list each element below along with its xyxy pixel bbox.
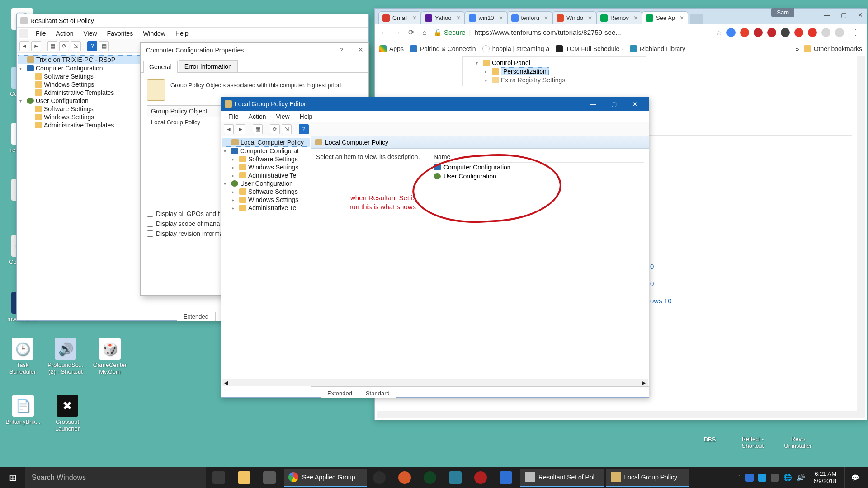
browser-tab[interactable]: Remov✕ xyxy=(596,11,642,24)
desktop-icon-profoundsound[interactable]: 🔊ProfoundSo... (2) - Shortcut xyxy=(45,338,86,375)
tree-node[interactable]: Windows Settings xyxy=(18,113,147,121)
titlebar[interactable]: Resultant Set of Policy xyxy=(17,14,368,28)
browser-tab[interactable]: Windo✕ xyxy=(552,11,596,24)
desktop-icon-reflect[interactable]: Reflect - Shortcut xyxy=(732,436,773,449)
tab-general[interactable]: General xyxy=(143,61,178,73)
menu-window[interactable]: Window xyxy=(138,28,170,38)
pinned-app[interactable] xyxy=(392,467,417,488)
minimize-icon[interactable]: — xyxy=(583,97,604,111)
pinned-explorer[interactable] xyxy=(231,467,257,488)
dialog-titlebar[interactable]: Computer Configuration Properties ? × xyxy=(141,43,368,57)
tool-button[interactable]: ▤ xyxy=(99,41,109,51)
menu-action[interactable]: Action xyxy=(52,28,78,38)
tab-extended[interactable]: Extended xyxy=(177,312,215,321)
close-icon[interactable]: ✕ xyxy=(858,11,863,19)
tab-close-icon[interactable]: ✕ xyxy=(633,15,638,21)
tray-icon[interactable] xyxy=(771,474,779,482)
pinned-app[interactable] xyxy=(417,467,443,488)
bookmark-item[interactable]: TCM Full Schedule - xyxy=(556,45,623,52)
ext-icon[interactable] xyxy=(726,28,736,37)
bookmarks-overflow[interactable]: » xyxy=(796,45,799,52)
menu-favorites[interactable]: Favorites xyxy=(103,28,138,38)
tray-overflow[interactable]: ˄ xyxy=(738,474,741,481)
tool-button[interactable]: ▦ xyxy=(253,124,263,134)
tree-node[interactable]: ▾User Configuration xyxy=(222,179,310,188)
desktop-icon-dbs[interactable]: DBS xyxy=(692,436,728,443)
bookmark-item[interactable]: Pairing & Connectin xyxy=(410,45,476,52)
pinned-app[interactable] xyxy=(443,467,468,488)
tab-close-icon[interactable]: ✕ xyxy=(588,15,592,21)
close-icon[interactable]: ✕ xyxy=(624,97,645,111)
menu-help[interactable]: Help xyxy=(295,112,317,122)
desktop-icon-gamecenter[interactable]: 🎲GameCenter My.Com xyxy=(90,338,130,375)
browser-tab[interactable]: Gmail✕ xyxy=(378,11,421,24)
back-button[interactable]: ◄ xyxy=(19,41,29,51)
menu-view[interactable]: View xyxy=(271,112,294,122)
apps-shortcut[interactable]: Apps xyxy=(379,45,404,52)
tab-close-icon[interactable]: ✕ xyxy=(679,15,684,21)
chrome-profile-chip[interactable]: Sam xyxy=(771,8,794,17)
tray-icon[interactable] xyxy=(745,474,754,482)
back-button[interactable]: ◄ xyxy=(224,124,234,134)
ext-icon[interactable] xyxy=(794,28,803,37)
bookmark-item[interactable]: hoopla | streaming a xyxy=(482,45,550,52)
tab-close-icon[interactable]: ✕ xyxy=(544,15,548,21)
tab-extended[interactable]: Extended xyxy=(321,389,359,398)
bookmark-item[interactable]: Richland Library xyxy=(630,45,685,52)
list-item[interactable]: Computer Configuration xyxy=(434,163,644,172)
ext-cast-icon[interactable] xyxy=(835,28,844,37)
forward-button[interactable]: ► xyxy=(31,41,41,51)
column-header[interactable]: Name xyxy=(434,151,644,163)
tree-node[interactable]: ▸Software Settings xyxy=(222,155,310,163)
tray-network-icon[interactable]: 🌐 xyxy=(783,474,792,482)
titlebar[interactable]: Local Group Policy Editor — ▢ ✕ xyxy=(221,97,649,111)
maximize-icon[interactable]: ▢ xyxy=(841,11,847,19)
scrollbar-horizontal[interactable]: ◄► xyxy=(222,379,311,386)
ext-icon[interactable] xyxy=(781,28,790,37)
clock[interactable]: 6:21 AM 6/9/2018 xyxy=(810,470,840,484)
tab-close-icon[interactable]: ✕ xyxy=(499,15,503,21)
maximize-icon[interactable]: ▢ xyxy=(604,97,624,111)
tree-node[interactable]: ▸Software Settings xyxy=(222,188,310,196)
tree-node[interactable]: ▸Windows Settings xyxy=(222,163,310,171)
tree-node[interactable]: ▾Computer Configuration xyxy=(18,64,147,72)
search-box[interactable]: Search Windows xyxy=(25,467,206,488)
browser-tab[interactable]: win10✕ xyxy=(465,11,507,24)
star-icon[interactable]: ☆ xyxy=(716,29,722,36)
tree-node[interactable]: ▸Administrative Te xyxy=(222,171,310,179)
ext-apps-icon[interactable] xyxy=(821,28,830,37)
tree-node[interactable]: ▾User Configuration xyxy=(18,97,147,105)
forward-button[interactable]: ► xyxy=(236,124,245,134)
tab-standard[interactable]: Standard xyxy=(359,389,396,398)
tree-node[interactable]: Administrative Templates xyxy=(18,121,147,129)
other-bookmarks[interactable]: Other bookmarks xyxy=(804,45,862,52)
task-rsop[interactable]: Resultant Set of Pol... xyxy=(520,469,604,487)
desktop-icon-crossout[interactable]: ✖Crossout Launcher xyxy=(48,395,87,432)
tray-volume-icon[interactable]: 🔊 xyxy=(797,474,805,482)
back-icon[interactable]: ← xyxy=(379,28,388,37)
tab-close-icon[interactable]: ✕ xyxy=(456,15,461,21)
ext-icon[interactable] xyxy=(740,28,749,37)
help-icon[interactable]: ? xyxy=(340,47,343,54)
tree-node[interactable]: ▸Extra Registry Settings xyxy=(466,76,643,84)
tool-button[interactable]: ⟳ xyxy=(270,124,280,134)
home-icon[interactable]: ⌂ xyxy=(420,28,429,37)
tab-error-info[interactable]: Error Information xyxy=(179,60,238,72)
new-tab-button[interactable] xyxy=(690,14,703,24)
menu-file[interactable]: File xyxy=(31,28,51,38)
action-center-icon[interactable]: 💬 xyxy=(844,467,865,488)
tree-root[interactable]: Local Computer Policy xyxy=(222,138,310,147)
address-bar[interactable]: 🔒 Secure | https://www.tenforums.com/tut… xyxy=(434,28,712,37)
ext-icon[interactable] xyxy=(808,28,817,37)
reload-icon[interactable]: ⟳ xyxy=(406,28,415,37)
help-button[interactable]: ? xyxy=(87,41,97,51)
forward-icon[interactable]: → xyxy=(393,28,402,37)
menu-icon[interactable]: ⋮ xyxy=(849,28,862,38)
browser-tab[interactable]: tenforu✕ xyxy=(507,11,552,24)
tree-node[interactable]: Software Settings xyxy=(18,72,147,80)
ext-icon[interactable] xyxy=(767,28,776,37)
tree-root[interactable]: Trixie on TRIXIE-PC - RSoP xyxy=(18,55,147,64)
tree-node[interactable]: Software Settings xyxy=(18,105,147,113)
scrollbar-horizontal[interactable] xyxy=(377,411,865,418)
menu-help[interactable]: Help xyxy=(171,28,193,38)
